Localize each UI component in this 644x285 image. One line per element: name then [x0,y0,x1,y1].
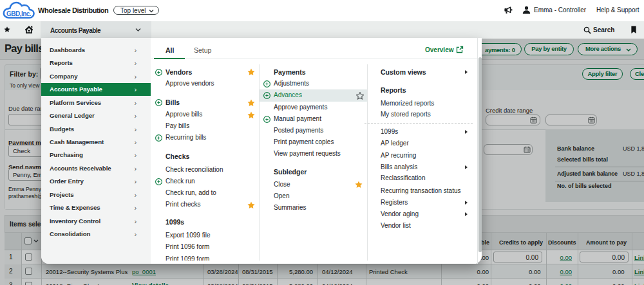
svg-text:GBD,Inc.: GBD,Inc. [6,10,32,17]
